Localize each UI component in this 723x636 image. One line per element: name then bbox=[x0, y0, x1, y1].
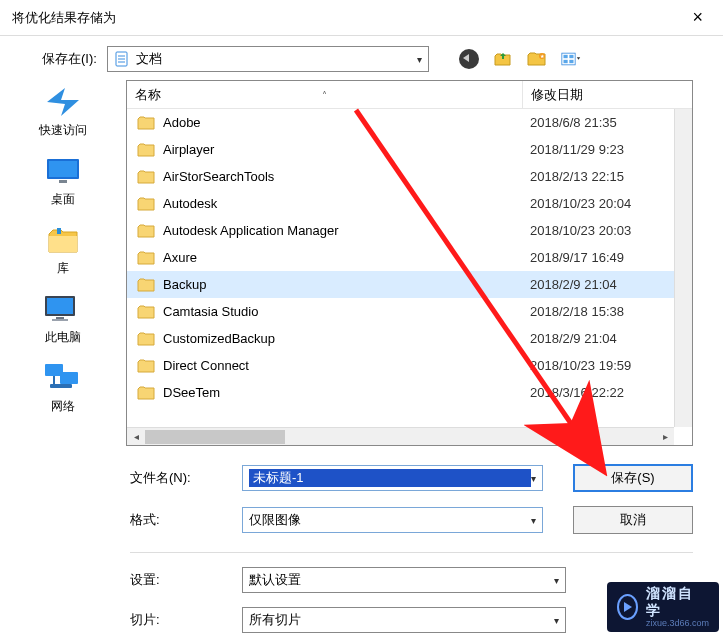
file-name: Autodesk bbox=[163, 196, 217, 211]
file-name: Adobe bbox=[163, 115, 201, 130]
column-header-date[interactable]: 修改日期 bbox=[522, 81, 692, 108]
slice-combobox[interactable]: 所有切片 ▾ bbox=[242, 607, 566, 633]
svg-rect-21 bbox=[60, 372, 78, 384]
chevron-down-icon: ▾ bbox=[531, 515, 536, 526]
svg-rect-19 bbox=[52, 319, 68, 321]
format-combobox[interactable]: 仅限图像 ▾ bbox=[242, 507, 543, 533]
svg-rect-12 bbox=[49, 161, 77, 177]
format-value: 仅限图像 bbox=[249, 511, 531, 529]
quickaccess-icon bbox=[42, 84, 84, 120]
save-fields: 文件名(N): 未标题-1 ▾ 保存(S) 格式: 仅限图像 ▾ 取消 bbox=[0, 446, 723, 553]
file-date: 2018/10/23 20:04 bbox=[522, 196, 692, 211]
format-label: 格式: bbox=[130, 511, 224, 529]
scroll-right-icon[interactable]: ▸ bbox=[656, 428, 674, 446]
table-row[interactable]: Axure2018/9/17 16:49 bbox=[127, 244, 692, 271]
file-date: 2018/3/16 22:22 bbox=[522, 385, 692, 400]
slice-label: 切片: bbox=[130, 611, 224, 629]
sidebar-item-desktop[interactable]: 桌面 bbox=[42, 153, 84, 208]
filename-combobox[interactable]: 未标题-1 ▾ bbox=[242, 465, 543, 491]
folder-icon bbox=[137, 386, 155, 400]
file-name: Direct Connect bbox=[163, 358, 249, 373]
svg-rect-15 bbox=[57, 228, 61, 234]
file-name: Axure bbox=[163, 250, 197, 265]
network-icon bbox=[42, 360, 84, 396]
folder-icon bbox=[137, 332, 155, 346]
file-date: 2018/10/23 19:59 bbox=[522, 358, 692, 373]
desktop-icon bbox=[42, 153, 84, 189]
folder-icon bbox=[137, 224, 155, 238]
folder-icon bbox=[137, 143, 155, 157]
sidebar-item-libraries[interactable]: 库 bbox=[42, 222, 84, 277]
chevron-down-icon: ▾ bbox=[417, 54, 422, 65]
file-name: Airplayer bbox=[163, 142, 214, 157]
watermark: 溜溜自学 zixue.3d66.com bbox=[607, 582, 719, 632]
sidebar-item-thispc[interactable]: 此电脑 bbox=[42, 291, 84, 346]
horizontal-scrollbar[interactable]: ◂ ▸ bbox=[127, 427, 674, 445]
svg-rect-17 bbox=[47, 298, 73, 314]
file-date: 2018/2/13 22:15 bbox=[522, 169, 692, 184]
svg-rect-22 bbox=[50, 384, 72, 388]
play-icon bbox=[617, 594, 638, 620]
svg-rect-9 bbox=[563, 60, 567, 63]
sidebar-item-network[interactable]: 网络 bbox=[42, 360, 84, 415]
document-icon bbox=[114, 51, 130, 67]
cancel-button[interactable]: 取消 bbox=[573, 506, 693, 534]
folder-icon bbox=[137, 116, 155, 130]
file-date: 2018/11/29 9:23 bbox=[522, 142, 692, 157]
view-menu-icon[interactable] bbox=[561, 49, 581, 69]
save-in-combobox[interactable]: 文档 ▾ bbox=[107, 46, 429, 72]
svg-rect-18 bbox=[56, 317, 64, 319]
sidebar-item-quickaccess[interactable]: 快速访问 bbox=[39, 84, 87, 139]
file-date: 2018/6/8 21:35 bbox=[522, 115, 692, 130]
table-row[interactable]: Autodesk2018/10/23 20:04 bbox=[127, 190, 692, 217]
folder-icon bbox=[137, 305, 155, 319]
table-row[interactable]: Camtasia Studio2018/2/18 15:38 bbox=[127, 298, 692, 325]
file-name: CustomizedBackup bbox=[163, 331, 275, 346]
file-date: 2018/10/23 20:03 bbox=[522, 223, 692, 238]
folder-icon bbox=[137, 197, 155, 211]
settings-combobox[interactable]: 默认设置 ▾ bbox=[242, 567, 566, 593]
sidebar-item-label: 桌面 bbox=[51, 191, 75, 208]
table-row[interactable]: Airplayer2018/11/29 9:23 bbox=[127, 136, 692, 163]
table-row[interactable]: CustomizedBackup2018/2/9 21:04 bbox=[127, 325, 692, 352]
scroll-thumb[interactable] bbox=[145, 430, 285, 444]
sidebar-item-label: 此电脑 bbox=[45, 329, 81, 346]
file-name: Backup bbox=[163, 277, 206, 292]
folder-icon bbox=[137, 359, 155, 373]
vertical-scrollbar[interactable] bbox=[674, 109, 692, 427]
table-row[interactable]: Direct Connect2018/10/23 19:59 bbox=[127, 352, 692, 379]
svg-rect-8 bbox=[569, 55, 573, 58]
sort-indicator-icon: ˄ bbox=[322, 90, 327, 101]
file-date: 2018/2/18 15:38 bbox=[522, 304, 692, 319]
column-header-name[interactable]: 名称 ˄ bbox=[127, 86, 522, 104]
file-list[interactable]: 名称 ˄ 修改日期 Adobe2018/6/8 21:35Airplayer20… bbox=[126, 80, 693, 446]
file-date: 2018/2/9 21:04 bbox=[522, 277, 692, 292]
table-row[interactable]: Autodesk Application Manager2018/10/23 2… bbox=[127, 217, 692, 244]
save-button[interactable]: 保存(S) bbox=[573, 464, 693, 492]
nav-toolbar: ★ bbox=[459, 49, 581, 69]
back-icon[interactable] bbox=[459, 49, 479, 69]
chevron-down-icon: ▾ bbox=[554, 615, 559, 626]
table-row[interactable]: DSeeTem2018/3/16 22:22 bbox=[127, 379, 692, 406]
settings-label: 设置: bbox=[130, 571, 224, 589]
up-one-level-icon[interactable] bbox=[493, 49, 513, 69]
libraries-icon bbox=[42, 222, 84, 258]
folder-icon bbox=[137, 278, 155, 292]
table-row[interactable]: Backup2018/2/9 21:04 bbox=[127, 271, 692, 298]
chevron-down-icon: ▾ bbox=[531, 473, 536, 484]
save-in-value: 文档 bbox=[136, 50, 417, 68]
close-icon[interactable]: × bbox=[684, 3, 711, 32]
table-row[interactable]: AirStorSearchTools2018/2/13 22:15 bbox=[127, 163, 692, 190]
file-date: 2018/9/17 16:49 bbox=[522, 250, 692, 265]
file-name: Autodesk Application Manager bbox=[163, 223, 339, 238]
watermark-url: zixue.3d66.com bbox=[646, 618, 709, 629]
scroll-left-icon[interactable]: ◂ bbox=[127, 428, 145, 446]
file-name: Camtasia Studio bbox=[163, 304, 258, 319]
svg-rect-14 bbox=[49, 236, 77, 252]
table-row[interactable]: Adobe2018/6/8 21:35 bbox=[127, 109, 692, 136]
list-header[interactable]: 名称 ˄ 修改日期 bbox=[127, 81, 692, 109]
location-row: 保存在(I): 文档 ▾ ★ bbox=[0, 36, 723, 80]
slice-value: 所有切片 bbox=[249, 611, 301, 629]
new-folder-icon[interactable]: ★ bbox=[527, 49, 547, 69]
places-sidebar: 快速访问 桌面 库 此电脑 网络 bbox=[0, 80, 126, 446]
